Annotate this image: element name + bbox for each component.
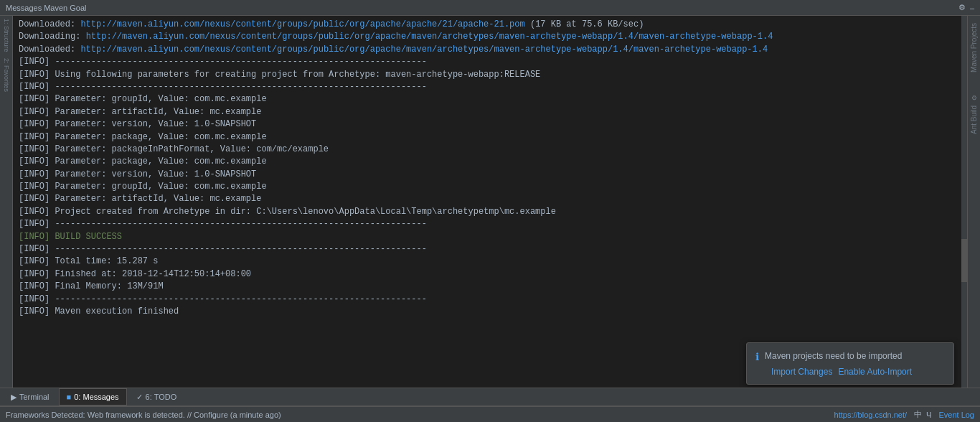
tab-bar: ▶ Terminal ■ 0: Messages ✓ 6: TODO	[0, 388, 980, 406]
console-line: [INFO] Total time: 15.287 s	[19, 255, 961, 268]
console-line: [INFO] Parameter: version, Value: 1.0-SN…	[19, 118, 961, 131]
scrollbar[interactable]	[961, 16, 967, 388]
terminal-label: Terminal	[19, 393, 50, 401]
messages-label: 0: Messages	[74, 393, 118, 401]
tab-terminal[interactable]: ▶ Terminal	[3, 388, 57, 405]
notification-links: Import Changes Enable Auto-Import	[771, 367, 945, 377]
console-line: [INFO] ---------------------------------…	[19, 56, 961, 68]
status-url[interactable]: https://blog.csdn.net/	[834, 411, 908, 419]
enable-auto-import-link[interactable]: Enable Auto-Import	[838, 367, 912, 377]
todo-icon: ✓	[136, 393, 143, 402]
title-bar-left: Messages Maven Goal	[6, 4, 87, 12]
console-line: [INFO] Parameter: package, Value: com.mc…	[19, 131, 961, 144]
main-area: 1: Structure 2: Favorites Downloaded: ht…	[0, 16, 980, 388]
status-bar: Frameworks Detected: Web framework is de…	[0, 406, 980, 422]
console-area: Downloaded: http://maven.aliyun.com/nexu…	[13, 16, 967, 388]
console-line: [INFO] Final Memory: 13M/91M	[19, 281, 961, 293]
title-bar-right: ⚙ –	[958, 3, 974, 12]
notification-popup: ℹ Maven projects need to be imported Imp…	[746, 342, 954, 385]
console-line: [INFO] Project created from Archetype in…	[19, 206, 961, 218]
left-sidebar: 1: Structure 2: Favorites	[0, 16, 13, 388]
cn-icon: 中	[914, 409, 922, 420]
sidebar-item-favorites[interactable]: 2: Favorites	[3, 58, 10, 92]
right-sidebar: Maven Projects ⚙ Ant Build	[967, 16, 980, 388]
console-line: [INFO] Parameter: groupId, Value: com.mc…	[19, 93, 961, 106]
console-line: [INFO] Parameter: artifactId, Value: mc.…	[19, 106, 961, 118]
status-icons: 中 Ч	[914, 409, 931, 420]
sidebar-ant-build[interactable]: Ant Build	[970, 106, 978, 134]
todo-label: 6: TODO	[146, 393, 177, 401]
console-output: Downloaded: http://maven.aliyun.com/nexu…	[13, 16, 967, 388]
console-line: [INFO] Using following parameters for cr…	[19, 69, 961, 81]
console-line: [INFO] ---------------------------------…	[19, 218, 961, 230]
console-line: [INFO] BUILD SUCCESS	[19, 231, 961, 243]
sidebar-maven-projects[interactable]: Maven Projects	[970, 23, 978, 72]
import-changes-link[interactable]: Import Changes	[771, 367, 832, 377]
console-line: Downloaded: http://maven.aliyun.com/nexu…	[19, 19, 961, 31]
console-link[interactable]: http://maven.aliyun.com/nexus/content/gr…	[86, 32, 773, 42]
settings-icon[interactable]: ⚙	[958, 3, 966, 12]
tab-messages[interactable]: ■ 0: Messages	[59, 388, 127, 405]
console-link[interactable]: http://maven.aliyun.com/nexus/content/gr…	[80, 44, 768, 55]
console-line: [INFO] Finished at: 2018-12-14T12:50:14+…	[19, 268, 961, 281]
console-line: [INFO] Parameter: packageInPathFormat, V…	[19, 144, 961, 156]
title-bar-label: Messages Maven Goal	[6, 4, 87, 12]
scrollbar-thumb[interactable]	[961, 239, 967, 282]
status-text: Frameworks Detected: Web framework is de…	[6, 411, 281, 419]
console-line: [INFO] Parameter: version, Value: 1.0-SN…	[19, 169, 961, 181]
ant-build-icon[interactable]: ⚙	[971, 94, 978, 101]
console-line: [INFO] ---------------------------------…	[19, 294, 961, 306]
status-right: https://blog.csdn.net/ 中 Ч Event Log	[834, 409, 974, 420]
sidebar-item-structure[interactable]: 1: Structure	[3, 19, 10, 52]
notification-title: Maven projects need to be imported	[765, 350, 902, 362]
console-line: [INFO] ---------------------------------…	[19, 243, 961, 255]
console-line: [INFO] Maven execution finished	[19, 306, 961, 318]
title-bar: Messages Maven Goal ⚙ –	[0, 0, 980, 16]
tab-todo[interactable]: ✓ 6: TODO	[128, 388, 185, 405]
terminal-icon: ▶	[11, 393, 17, 402]
console-line: [INFO] ---------------------------------…	[19, 81, 961, 93]
messages-icon: ■	[67, 393, 72, 401]
console-line: [INFO] Parameter: artifactId, Value: mc.…	[19, 193, 961, 205]
console-line: [INFO] Parameter: package, Value: com.mc…	[19, 156, 961, 168]
ch-icon: Ч	[926, 411, 931, 419]
info-icon: ℹ	[755, 351, 759, 362]
event-log-label[interactable]: Event Log	[938, 411, 974, 419]
console-line: Downloading: http://maven.aliyun.com/nex…	[19, 31, 961, 43]
console-line: [INFO] Parameter: groupId, Value: com.mc…	[19, 181, 961, 193]
minus-icon[interactable]: –	[970, 4, 974, 12]
console-link[interactable]: http://maven.aliyun.com/nexus/content/gr…	[80, 19, 524, 29]
status-left: Frameworks Detected: Web framework is de…	[6, 411, 281, 419]
console-line: Downloaded: http://maven.aliyun.com/nexu…	[19, 44, 961, 56]
notification-header: ℹ Maven projects need to be imported	[755, 350, 945, 362]
